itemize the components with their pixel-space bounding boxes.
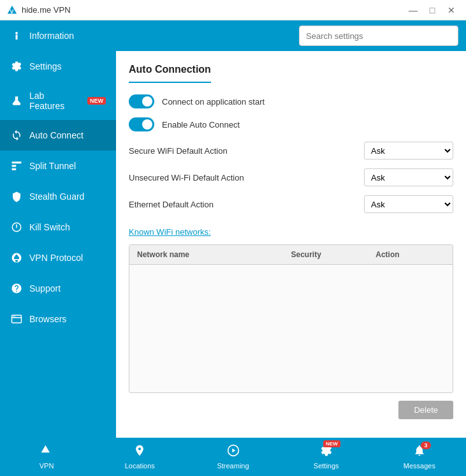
table-header-action: Action bbox=[368, 245, 453, 264]
toggle-slider-connect-on-start bbox=[129, 94, 154, 108]
locations-nav-icon bbox=[133, 444, 146, 460]
kill-switch-icon bbox=[10, 221, 23, 234]
sidebar-item-kill-switch[interactable]: Kill Switch bbox=[0, 212, 116, 242]
toggle-connect-on-start[interactable] bbox=[129, 94, 154, 108]
svg-point-12 bbox=[15, 316, 16, 317]
sidebar-item-lab-features[interactable]: Lab Features NEW bbox=[0, 82, 116, 120]
lab-features-new-badge: NEW bbox=[87, 97, 106, 105]
information-icon bbox=[10, 29, 23, 42]
section-title: Auto Connection bbox=[129, 64, 211, 83]
titlebar-controls: — □ ✕ bbox=[405, 4, 460, 17]
messages-badge: 3 bbox=[421, 442, 431, 449]
sidebar-item-settings[interactable]: Settings bbox=[0, 51, 116, 82]
toggle-enable-auto-connect[interactable] bbox=[129, 117, 154, 131]
titlebar: V hide.me VPN — □ ✕ bbox=[0, 0, 466, 20]
svg-point-11 bbox=[13, 316, 14, 317]
search-bar-container bbox=[116, 20, 466, 51]
bottom-nav: VPN Locations Streaming NEW Settings 3 bbox=[0, 438, 466, 476]
settings-new-badge: NEW bbox=[323, 440, 340, 447]
sidebar-label-settings: Settings bbox=[29, 61, 62, 71]
dropdown-row-secure-wifi: Secure WiFi Default Action Ask Connect D… bbox=[129, 140, 453, 161]
close-button[interactable]: ✕ bbox=[443, 4, 460, 17]
app-title: hide.me VPN bbox=[22, 5, 71, 15]
app-logo-icon: V bbox=[6, 4, 18, 16]
sidebar-label-support: Support bbox=[29, 283, 61, 294]
browsers-icon bbox=[10, 313, 23, 325]
split-tunnel-icon bbox=[10, 160, 23, 172]
sidebar-label-split-tunnel: Split Tunnel bbox=[29, 161, 76, 171]
toggle-label-enable-auto-connect: Enable Auto Connect bbox=[162, 120, 240, 130]
dropdown-select-ethernet[interactable]: Ask Connect Disconnect bbox=[364, 195, 453, 213]
dropdown-label-ethernet: Ethernet Default Action bbox=[129, 200, 214, 209]
svg-rect-6 bbox=[12, 168, 17, 170]
nav-label-streaming: Streaming bbox=[217, 462, 249, 470]
dropdown-label-secure-wifi: Secure WiFi Default Action bbox=[129, 146, 228, 156]
svg-rect-2 bbox=[16, 35, 18, 40]
sidebar-label-information: Information bbox=[29, 31, 74, 41]
dropdown-row-ethernet: Ethernet Default Action Ask Connect Disc… bbox=[129, 194, 453, 214]
svg-point-3 bbox=[15, 32, 18, 34]
streaming-nav-icon bbox=[227, 444, 240, 460]
stealth-guard-icon bbox=[10, 190, 23, 203]
lab-features-icon bbox=[10, 94, 23, 107]
content-area: Auto Connection Connect on application s… bbox=[116, 20, 466, 438]
table-header: Network name Security Action bbox=[129, 245, 453, 265]
table-body bbox=[129, 265, 453, 392]
svg-marker-15 bbox=[232, 449, 235, 453]
sidebar-item-split-tunnel[interactable]: Split Tunnel bbox=[0, 151, 116, 181]
titlebar-left: V hide.me VPN bbox=[6, 4, 71, 16]
sidebar-label-stealth-guard: Stealth Guard bbox=[29, 191, 84, 202]
vpn-protocol-icon bbox=[10, 251, 23, 264]
support-icon bbox=[10, 282, 23, 295]
sidebar-item-vpn-protocol[interactable]: VPN Protocol bbox=[0, 242, 116, 273]
nav-label-messages: Messages bbox=[404, 462, 435, 470]
delete-button[interactable]: Delete bbox=[398, 401, 453, 419]
sidebar-item-support[interactable]: Support bbox=[0, 273, 116, 304]
nav-item-vpn[interactable]: VPN bbox=[0, 438, 93, 476]
dropdown-label-unsecured-wifi: Unsecured Wi-Fi Default Action bbox=[129, 173, 244, 182]
nav-item-streaming[interactable]: Streaming bbox=[186, 438, 279, 476]
toggle-slider-enable-auto-connect bbox=[129, 117, 154, 131]
settings-content: Auto Connection Connect on application s… bbox=[116, 51, 466, 438]
app-container: Information Settings Lab Features NEW bbox=[0, 20, 466, 476]
vpn-nav-icon bbox=[40, 444, 53, 460]
nav-label-settings-bottom: Settings bbox=[314, 462, 339, 470]
known-wifi-link[interactable]: Known WiFi networks: bbox=[129, 227, 211, 237]
sidebar-label-kill-switch: Kill Switch bbox=[29, 222, 70, 232]
svg-text:V: V bbox=[10, 8, 13, 14]
toggle-row-enable-auto-connect: Enable Auto Connect bbox=[129, 117, 453, 131]
wifi-networks-table: Network name Security Action bbox=[129, 244, 453, 393]
nav-label-vpn: VPN bbox=[40, 462, 54, 470]
sidebar-item-information[interactable]: Information bbox=[0, 20, 116, 51]
dropdown-row-unsecured-wifi: Unsecured Wi-Fi Default Action Ask Conne… bbox=[129, 167, 453, 188]
svg-rect-4 bbox=[12, 161, 22, 163]
sidebar-item-browsers[interactable]: Browsers bbox=[0, 304, 116, 334]
sidebar-label-lab-features: Lab Features bbox=[29, 91, 78, 111]
sidebar-label-vpn-protocol: VPN Protocol bbox=[29, 253, 83, 263]
sidebar: Information Settings Lab Features NEW bbox=[0, 20, 116, 438]
nav-item-settings-bottom[interactable]: NEW Settings bbox=[280, 438, 373, 476]
nav-label-locations: Locations bbox=[125, 462, 155, 470]
nav-item-messages[interactable]: 3 Messages bbox=[373, 438, 466, 476]
table-header-network-name: Network name bbox=[129, 245, 284, 264]
auto-connect-icon bbox=[10, 129, 23, 142]
svg-rect-5 bbox=[12, 165, 17, 167]
main-area: Information Settings Lab Features NEW bbox=[0, 20, 466, 438]
toggle-label-connect-on-start: Connect on application start bbox=[162, 97, 265, 107]
nav-item-locations[interactable]: Locations bbox=[93, 438, 186, 476]
table-header-security: Security bbox=[284, 245, 368, 264]
sidebar-item-auto-connect[interactable]: Auto Connect bbox=[0, 120, 116, 151]
sidebar-item-stealth-guard[interactable]: Stealth Guard bbox=[0, 181, 116, 212]
sidebar-label-browsers: Browsers bbox=[29, 314, 66, 324]
minimize-button[interactable]: — bbox=[405, 4, 421, 17]
toggle-row-connect-on-start: Connect on application start bbox=[129, 94, 453, 108]
settings-icon bbox=[10, 60, 23, 73]
svg-marker-13 bbox=[41, 445, 50, 453]
search-input[interactable] bbox=[299, 26, 458, 46]
maximize-button[interactable]: □ bbox=[424, 4, 441, 17]
dropdown-select-secure-wifi[interactable]: Ask Connect Disconnect bbox=[364, 142, 453, 160]
sidebar-label-auto-connect: Auto Connect bbox=[29, 130, 84, 140]
dropdown-select-unsecured-wifi[interactable]: Ask Connect Disconnect bbox=[364, 168, 453, 186]
